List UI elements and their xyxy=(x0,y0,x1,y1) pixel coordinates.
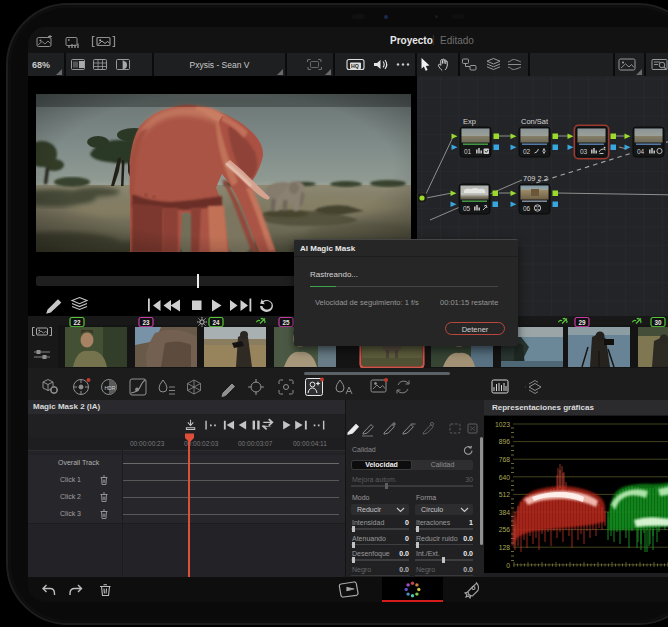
svg-text:23: 23 xyxy=(142,319,150,326)
svg-text:30: 30 xyxy=(654,319,662,326)
svg-text:29: 29 xyxy=(578,319,586,326)
svg-text:Exp: Exp xyxy=(463,117,476,126)
svg-text:06: 06 xyxy=(523,205,531,212)
svg-text:512: 512 xyxy=(499,491,511,498)
svg-text:22: 22 xyxy=(73,319,81,326)
svg-text:03: 03 xyxy=(580,148,588,155)
svg-text:384: 384 xyxy=(499,509,511,516)
svg-text:25: 25 xyxy=(282,319,290,326)
svg-text:1023: 1023 xyxy=(495,421,510,428)
svg-text:896: 896 xyxy=(499,438,511,445)
svg-text:0: 0 xyxy=(506,562,510,569)
svg-text:640: 640 xyxy=(499,474,511,481)
svg-text:02: 02 xyxy=(523,148,531,155)
svg-text:04: 04 xyxy=(637,148,645,155)
svg-text:709 2.2: 709 2.2 xyxy=(523,174,548,183)
svg-text:768: 768 xyxy=(499,456,511,463)
svg-text:01: 01 xyxy=(464,148,472,155)
svg-text:Con/Sat: Con/Sat xyxy=(521,117,549,126)
svg-text:HQ: HQ xyxy=(351,63,359,69)
svg-text:256: 256 xyxy=(499,526,511,533)
svg-text:HDR: HDR xyxy=(105,385,116,391)
svg-text:05: 05 xyxy=(463,205,471,212)
svg-text:128: 128 xyxy=(499,544,511,551)
svg-text:24: 24 xyxy=(212,319,220,326)
